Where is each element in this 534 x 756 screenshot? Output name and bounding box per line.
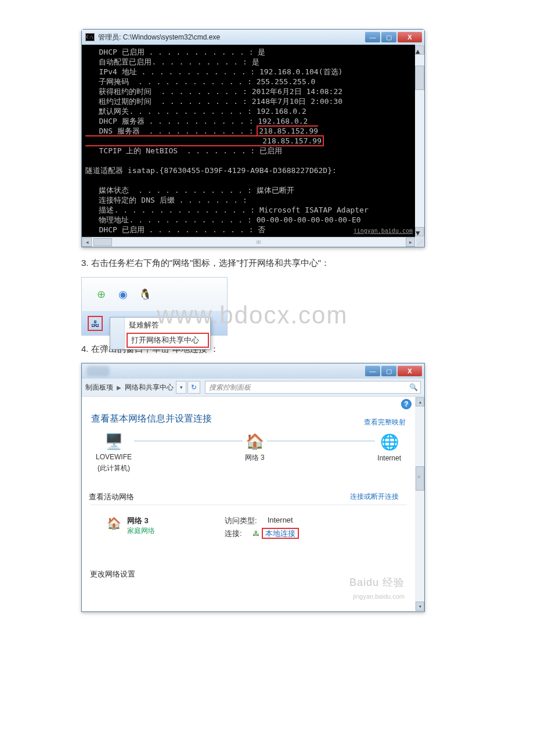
search-placeholder: 搜索控制面板 [209,383,251,393]
watermark-text: jingyan.baidu.com [353,226,413,236]
chevron-right-icon: ▶ [117,384,121,391]
action-center-icon: ⊕ [95,288,107,301]
connection-label: 连接: [225,528,242,539]
qq-icon: 🐧 [139,288,151,301]
minimize-button[interactable]: — [365,366,380,376]
scroll-thumb[interactable] [416,466,424,491]
menu-item-open-network-center[interactable]: 打开网络和共享中心 [127,333,209,348]
connect-disconnect-link[interactable]: 连接或断开连接 [350,492,399,502]
breadcrumb-item[interactable]: 网络和共享中心 [125,383,174,393]
scroll-down-icon[interactable]: ▾ [416,602,424,611]
scroll-right-icon[interactable]: ▸ [406,237,415,247]
scroll-up-icon[interactable]: ▴ [415,45,424,55]
access-type-label: 访问类型: [225,516,257,526]
cmd-titlebar: C:\ 管理员: C:\Windows\system32\cmd.exe — ▢… [82,30,424,45]
house-icon: 🏠 [246,432,264,451]
network-tray-icon[interactable]: 🖧 [88,316,103,331]
cmd-icon: C:\ [85,33,95,41]
help-icon[interactable]: ? [401,399,412,409]
scroll-left-icon[interactable]: ◂ [82,237,92,247]
maximize-button[interactable]: ▢ [381,366,396,376]
watermark-text: Baidu 经验 [349,575,405,589]
scroll-thumb[interactable] [415,66,424,90]
node-this-pc: 🖥️ LOVEWIFE (此计算机) [96,432,132,473]
cmd-output: DHCP 已启用 . . . . . . . . . . . : 是 自动配置已… [82,45,415,237]
nc-content: ? 查看基本网络信息并设置连接 查看完整映射 🖥️ LOVEWIFE (此计算机… [82,397,415,611]
close-button[interactable]: X [398,32,422,42]
vertical-scrollbar[interactable]: ▴ ▾ [415,45,424,237]
refresh-button[interactable]: ↻ [187,381,200,394]
computer-icon: 🖥️ [104,432,123,451]
scroll-up-icon[interactable]: ▴ [416,397,424,406]
access-type-value: Internet [268,516,293,526]
watermark-text: jingyan.baidu.com [353,593,405,600]
menu-item-troubleshoot[interactable]: 疑难解答 [110,318,210,333]
view-full-map-link[interactable]: 查看完整映射 [364,417,406,427]
active-network-row: 🏠 网络 3 家庭网络 访问类型:Internet 连接:🖧本地连接 [90,516,407,541]
breadcrumb-dropdown[interactable]: ▾ [176,381,186,394]
resize-grip-icon[interactable]: ⋰ [416,238,424,246]
generic-tray-icon: ◉ [117,288,129,301]
search-input[interactable]: 搜索控制面板 🔍 [205,381,421,394]
breadcrumb-item[interactable]: 制面板项 [85,383,113,393]
node-network: 🏠 网络 3 [245,432,265,473]
vertical-scrollbar[interactable]: ▴ ▾ [415,397,424,611]
network-map: 🖥️ LOVEWIFE (此计算机) 🏠 网络 3 🌐 Internet [96,432,401,473]
node-internet: 🌐 Internet [377,433,401,473]
scroll-down-icon[interactable]: ▾ [415,227,424,236]
context-menu: 疑难解答 打开网络和共享中心 [110,317,211,350]
globe-icon: 🌐 [380,433,399,452]
nc-titlebar: — ▢ X [82,363,424,379]
breadcrumb[interactable]: 制面板项 ▶ 网络和共享中心 [85,383,174,393]
subsection-heading: 查看活动网络 [89,492,134,502]
cmd-window: C:\ 管理员: C:\Windows\system32\cmd.exe — ▢… [81,29,425,247]
address-bar: 制面板项 ▶ 网络和共享中心 ▾ ↻ 搜索控制面板 🔍 [82,379,424,397]
minimize-button[interactable]: — [365,32,380,42]
tray-screenshot: ⊕ ◉ 🐧 🖧 🔊 疑难解答 打开网络和共享中心 [81,277,228,336]
search-icon: 🔍 [409,383,418,391]
home-network-link[interactable]: 家庭网络 [127,526,155,536]
hscroll-thumb[interactable] [93,238,112,246]
close-button[interactable]: X [398,366,422,376]
cmd-title: 管理员: C:\Windows\system32\cmd.exe [98,33,364,42]
home-network-icon: 🏠 [106,516,121,531]
network-center-window: — ▢ X 制面板项 ▶ 网络和共享中心 ▾ ↻ 搜索控制面板 🔍 ? 查看基本… [81,363,425,612]
lan-icon: 🖧 [252,530,259,538]
horizontal-scrollbar[interactable]: ◂ III ▸ ⋰ [82,237,424,247]
network-name: 网络 3 [127,516,155,526]
section-heading: 查看基本网络信息并设置连接 [91,413,407,425]
maximize-button[interactable]: ▢ [381,32,396,42]
local-connection-link[interactable]: 本地连接 [262,528,299,539]
step-3-text: 3. 右击任务栏右下角的"网络"图标，选择"打开网络和共享中心"： [81,258,453,269]
